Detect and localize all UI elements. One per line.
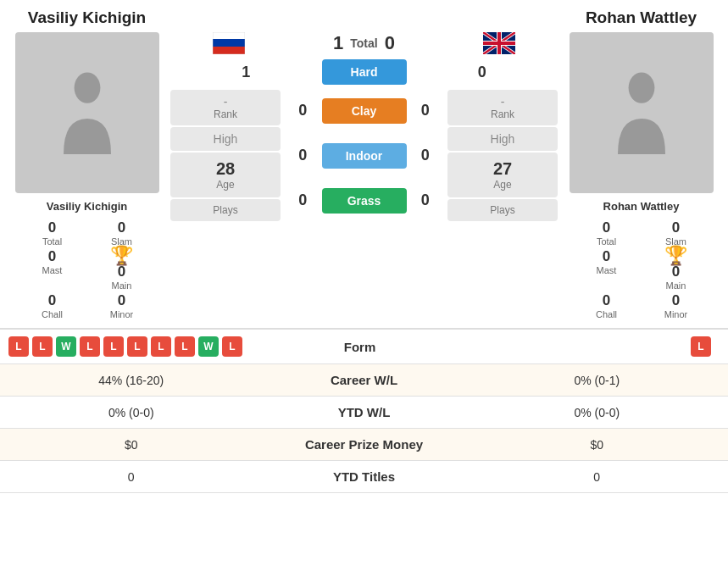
names-row: Vasiliy Kichigin Rohan Wattley — [0, 0, 728, 27]
right-player-name-header: Rohan Wattley — [563, 8, 720, 27]
left-high-box: High — [170, 127, 281, 151]
hard-score-left-container: 1 — [170, 64, 322, 81]
svg-rect-2 — [213, 39, 245, 47]
total-label: Total — [350, 36, 377, 50]
clay-score-left: 0 — [298, 102, 307, 119]
total-scores: 1 Total 0 — [288, 32, 441, 54]
form-badge-left: L — [175, 336, 195, 357]
mid-stats-row: - Rank High 28 Age Plays — [170, 90, 558, 221]
right-high-box: High — [447, 127, 558, 151]
right-player-name: Rohan Wattley — [586, 8, 697, 26]
right-trophy-main: 🏆 0 Main — [643, 248, 709, 291]
stat-row: 0YTD Titles0 — [0, 461, 728, 493]
form-row: LLWLLLLLWL Form L — [0, 330, 728, 364]
form-badge-left: L — [32, 336, 53, 357]
right-form-badges: L — [462, 336, 720, 357]
left-player-name: Vasiliy Kichigin — [28, 8, 146, 26]
right-player-photo — [570, 32, 714, 193]
right-slam-val: 0 — [672, 219, 680, 236]
right-main-label: Main — [666, 280, 686, 291]
grass-score-right-cont: 0 — [407, 191, 445, 209]
left-player-photo — [15, 32, 159, 193]
left-total-stat: 0 Total — [19, 219, 86, 247]
main-container: Vasiliy Kichigin Rohan Wattley Vasiliy K… — [0, 0, 728, 577]
right-trophy-icon: 🏆 — [664, 245, 687, 267]
right-rank-dash: - — [501, 95, 505, 108]
right-chall-stat: 0 Chall — [574, 292, 640, 319]
grass-label: Grass — [347, 194, 381, 208]
right-minor-label: Minor — [664, 309, 688, 319]
stat-row-right: 0% (0-0) — [466, 406, 729, 419]
right-column: Rohan Wattley 0 Total 0 Slam 0 Mast 🏆 0 — [563, 32, 720, 319]
right-high-label: High — [491, 132, 515, 146]
hard-score-right-container: 0 — [407, 64, 559, 81]
clay-score-right-cont: 0 — [407, 102, 445, 119]
right-chall-label: Chall — [596, 309, 617, 319]
stat-row-center: Career W/L — [263, 373, 466, 387]
left-stat-boxes: - Rank High 28 Age Plays — [170, 90, 281, 221]
svg-point-0 — [74, 72, 100, 103]
stat-row-left: $0 — [0, 438, 263, 452]
stat-row-left: 0% (0-0) — [0, 406, 263, 419]
clay-label: Clay — [352, 104, 377, 118]
left-age-box: 28 Age — [170, 153, 281, 197]
left-rank-label: Rank — [214, 108, 237, 120]
grass-score-right: 0 — [421, 191, 430, 208]
total-score-left: 1 — [333, 32, 343, 54]
stat-row-right: $0 — [466, 438, 729, 452]
clay-score-left-cont: 0 — [284, 102, 322, 119]
grass-row: 0 Grass 0 — [284, 188, 444, 214]
clay-badge: Clay — [322, 98, 407, 124]
right-total-stat: 0 Total — [574, 219, 640, 247]
hard-score-left: 1 — [242, 64, 250, 80]
form-badge-left: L — [103, 336, 124, 357]
center-surface-rows: 0 Clay 0 0 — [284, 90, 444, 221]
left-chall-label: Chall — [42, 309, 63, 319]
left-age-label: Age — [216, 179, 234, 191]
stat-row-left: 44% (16-20) — [0, 374, 263, 387]
flags-total-row: 1 Total 0 — [170, 32, 558, 54]
right-age-val: 27 — [493, 159, 512, 179]
form-badge-left: L — [8, 336, 29, 357]
right-mast-label: Mast — [597, 265, 617, 275]
left-age-val: 28 — [216, 159, 235, 179]
stat-row: 0% (0-0)YTD W/L0% (0-0) — [0, 397, 728, 429]
stat-row-right: 0 — [466, 470, 729, 484]
left-stats-grid: 0 Total 0 Slam 0 Mast 🏆 0 Main — [19, 219, 155, 319]
left-minor-stat: 0 Minor — [89, 292, 155, 319]
right-plays-box: Plays — [447, 199, 558, 221]
left-form-badges: LLWLLLLLWL — [8, 336, 258, 357]
clay-row: 0 Clay 0 — [284, 98, 444, 124]
hard-badge: Hard — [322, 59, 407, 85]
right-mast-stat: 0 Mast — [574, 248, 640, 291]
grass-score-left: 0 — [298, 191, 307, 208]
left-total-label: Total — [42, 236, 62, 247]
stat-row-center: Career Prize Money — [263, 437, 466, 452]
right-total-val: 0 — [603, 219, 610, 236]
indoor-score-right-cont: 0 — [407, 147, 445, 164]
right-stat-boxes: - Rank High 27 Age Plays — [447, 90, 558, 221]
form-badge-right: L — [691, 336, 711, 357]
right-player-subname: Rohan Wattley — [603, 200, 680, 213]
right-minor-stat: 0 Minor — [643, 292, 709, 319]
svg-rect-3 — [213, 47, 245, 54]
center-column: 1 Total 0 — [170, 32, 558, 319]
stat-row-left: 0 — [0, 470, 263, 484]
clay-score-right: 0 — [421, 102, 430, 119]
grass-score-left-cont: 0 — [284, 191, 322, 209]
left-chall-stat: 0 Chall — [19, 292, 86, 319]
right-mast-val: 0 — [603, 248, 610, 265]
left-minor-val: 0 — [118, 292, 125, 309]
stat-row-center: YTD W/L — [263, 405, 466, 419]
indoor-score-left: 0 — [298, 147, 307, 164]
hard-row: 1 Hard 0 — [170, 59, 558, 85]
right-slam-stat: 0 Slam — [643, 219, 709, 247]
indoor-score-left-cont: 0 — [284, 147, 322, 164]
bottom-stats-container: 44% (16-20)Career W/L0% (0-1)0% (0-0)YTD… — [0, 364, 728, 493]
left-main-label: Main — [112, 280, 132, 291]
right-rank-label: Rank — [491, 108, 514, 120]
bottom-section: LLWLLLLLWL Form L 44% (16-20)Career W/L0… — [0, 328, 728, 493]
stat-row-right: 0% (0-1) — [466, 374, 729, 387]
indoor-label: Indoor — [346, 149, 383, 163]
grass-badge: Grass — [322, 188, 407, 214]
